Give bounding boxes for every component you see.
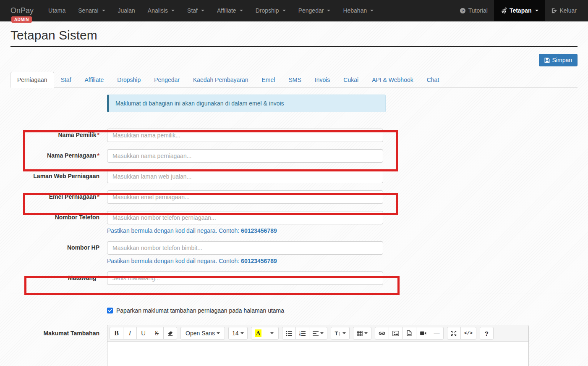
chevron-down-icon: [342, 332, 346, 334]
font-color-button[interactable]: A: [251, 327, 266, 340]
chevron-down-icon: [327, 10, 330, 11]
chevron-down-icon: [270, 332, 274, 334]
underline-button[interactable]: U: [136, 327, 150, 340]
emel-perniagaan-label: Emel Perniagaan*: [10, 190, 99, 204]
link-button[interactable]: [375, 327, 389, 340]
chevron-down-icon: [240, 10, 243, 11]
paragraph-align-button[interactable]: [309, 327, 327, 340]
chevron-down-icon: [102, 10, 105, 11]
chevron-down-icon: [240, 332, 244, 334]
tab-affiliate[interactable]: Affiliate: [78, 72, 111, 88]
svg-text:3: 3: [300, 334, 301, 336]
nav-item-hebahan[interactable]: Hebahan: [337, 0, 380, 21]
unordered-list-icon: [286, 331, 292, 336]
page-title: Tetapan Sistem: [10, 28, 578, 47]
matawang-field: Matawang*: [10, 271, 578, 285]
check-icon: [108, 308, 112, 313]
align-icon: [313, 331, 319, 336]
nav-item-affiliate[interactable]: Affiliate: [211, 0, 249, 21]
nav-item-staf[interactable]: Staf: [181, 0, 211, 21]
clear-format-button[interactable]: [163, 327, 177, 340]
font-family-select[interactable]: Open Sans: [180, 327, 225, 340]
picture-button[interactable]: [389, 327, 403, 340]
tab-invois[interactable]: Invois: [308, 72, 337, 88]
nav-item-keluar[interactable]: Keluar: [545, 0, 583, 21]
emel-perniagaan-field: Emel Perniagaan*: [10, 190, 578, 204]
nombor-hp-label: Nombor HP: [10, 241, 99, 264]
maklumat-tambahan-field: Makumat Tambahan B I U S Open Sans 14: [10, 325, 578, 366]
show-extra-info-checkbox[interactable]: [107, 308, 113, 313]
tab-staf[interactable]: Staf: [54, 72, 78, 88]
line-height-button[interactable]: T↕: [331, 327, 349, 340]
required-asterisk: *: [97, 193, 99, 200]
emel-perniagaan-input[interactable]: [107, 190, 383, 204]
link-icon: [379, 331, 385, 336]
laman-web-input[interactable]: [107, 170, 383, 183]
chevron-down-icon: [282, 10, 286, 11]
nombor-telefon-label: Nombor Telefon: [10, 211, 99, 234]
svg-text:?: ?: [461, 8, 464, 13]
tab-chat[interactable]: Chat: [420, 72, 446, 88]
editor-help-button[interactable]: ?: [480, 327, 494, 340]
nav-item-utama[interactable]: Utama: [42, 0, 72, 21]
show-extra-info-label: Paparkan maklumat tambahan perniagaan pa…: [116, 307, 284, 314]
chevron-down-icon: [535, 10, 538, 11]
info-alert: Maklumat di bahagian ini akan digunakan …: [107, 95, 386, 112]
nombor-telefon-field: Nombor Telefon Pastikan bermula dengan k…: [10, 211, 578, 234]
italic-button[interactable]: I: [123, 327, 137, 340]
editor-content-area[interactable]: [107, 342, 528, 366]
phone-format-hint: Pastikan bermula dengan kod dail negara.…: [107, 227, 383, 234]
nav-item-pengedar[interactable]: Pengedar: [292, 0, 337, 21]
tab-dropship[interactable]: Dropship: [110, 72, 147, 88]
settings-tabs: Perniagaan Staf Affiliate Dropship Penge…: [10, 72, 578, 88]
eraser-icon: [167, 330, 173, 336]
nama-pemilik-input[interactable]: [107, 129, 383, 142]
font-color-dropdown-button[interactable]: [265, 327, 279, 340]
tab-sms[interactable]: SMS: [282, 72, 308, 88]
video-icon: [420, 331, 426, 336]
nav-item-jualan[interactable]: Jualan: [112, 0, 141, 21]
nombor-telefon-input[interactable]: [107, 211, 383, 224]
tab-api-webhook[interactable]: API & Webhook: [365, 72, 420, 88]
matawang-input[interactable]: [107, 271, 383, 285]
tab-cukai[interactable]: Cukai: [337, 72, 365, 88]
unordered-list-button[interactable]: [282, 327, 296, 340]
rich-text-editor: B I U S Open Sans 14 A: [107, 325, 529, 366]
nav-item-analisis[interactable]: Analisis: [141, 0, 181, 21]
tab-kaedah-pembayaran[interactable]: Kaedah Pembayaran: [186, 72, 255, 88]
nama-pemilik-field: Nama Pemilik*: [10, 129, 578, 142]
table-icon: [357, 331, 363, 336]
fullscreen-icon: [451, 330, 457, 336]
save-button[interactable]: Simpan: [539, 54, 578, 66]
matawang-label: Matawang*: [10, 271, 99, 285]
nav-item-dropship[interactable]: Dropship: [249, 0, 292, 21]
picture-icon: [392, 331, 399, 336]
image-file-icon: [407, 330, 412, 336]
tab-emel[interactable]: Emel: [255, 72, 282, 88]
horizontal-rule-button[interactable]: —: [430, 327, 444, 340]
nav-item-senarai[interactable]: Senarai: [72, 0, 111, 21]
nombor-hp-input[interactable]: [107, 241, 383, 255]
nav-item-tetapan[interactable]: Tetapan: [494, 0, 545, 21]
section-divider: [10, 293, 578, 293]
top-navbar: OnPay ADMIN Utama Senarai Jualan Analisi…: [0, 0, 588, 21]
tab-pengedar[interactable]: Pengedar: [147, 72, 186, 88]
nama-perniagaan-input[interactable]: [107, 149, 383, 163]
tab-perniagaan[interactable]: Perniagaan: [10, 72, 54, 88]
font-size-select[interactable]: 14: [228, 327, 248, 340]
bold-button[interactable]: B: [110, 327, 123, 340]
fullscreen-button[interactable]: [447, 327, 461, 340]
ordered-list-button[interactable]: 123: [295, 327, 309, 340]
laman-web-field: Laman Web Perniagaan: [10, 170, 578, 183]
admin-badge: ADMIN: [11, 16, 32, 23]
image-file-button[interactable]: [402, 327, 416, 340]
code-view-button[interactable]: </>: [460, 327, 476, 340]
nav-item-tutorial[interactable]: ? Tutorial: [453, 0, 494, 21]
maklumat-tambahan-label: Makumat Tambahan: [10, 325, 99, 366]
table-button[interactable]: [353, 327, 371, 340]
question-circle-icon: ?: [460, 8, 466, 14]
nombor-hp-field: Nombor HP Pastikan bermula dengan kod da…: [10, 241, 578, 264]
page-content: Tetapan Sistem Simpan Perniagaan Staf Af…: [0, 28, 588, 366]
strikethrough-button[interactable]: S: [150, 327, 164, 340]
video-button[interactable]: [416, 327, 430, 340]
